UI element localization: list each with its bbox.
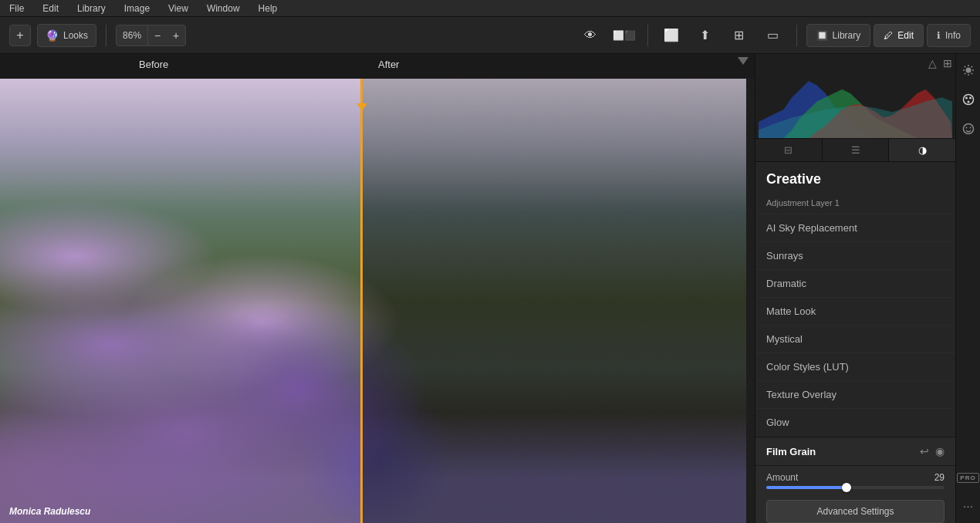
main-area: Before After Monica Radulescu △	[0, 54, 980, 523]
before-image	[0, 79, 360, 523]
top-right-tabs: 🔲 Library 🖊 Edit ℹ Info	[806, 24, 971, 47]
svg-line-5	[964, 66, 965, 67]
menu-file[interactable]: File	[6, 3, 27, 14]
amount-value: 29	[934, 472, 945, 483]
svg-point-15	[969, 127, 971, 129]
toggle-icon[interactable]: ◉	[935, 445, 945, 457]
zoom-control: 86% − +	[116, 25, 186, 46]
edit-tab[interactable]: 🖊 Edit	[874, 24, 924, 47]
share-icon: ⬆	[700, 28, 710, 42]
looks-button[interactable]: 🔮 Looks	[37, 24, 96, 47]
zoom-plus-button[interactable]: +	[167, 25, 185, 46]
pro-badge-btn[interactable]: PRO	[958, 467, 978, 488]
menu-bar: File Edit Library Image View Window Help	[0, 0, 980, 17]
face-icon-btn[interactable]	[958, 119, 978, 139]
dramatic[interactable]: Dramatic	[755, 270, 955, 298]
layers-icon: ☰	[851, 144, 860, 156]
library-icon: 🔲	[816, 30, 828, 41]
palette-icon-btn[interactable]	[958, 89, 978, 110]
split-view-button[interactable]: ⬜⬛	[610, 24, 638, 47]
amount-thumb[interactable]	[842, 483, 851, 492]
amount-slider[interactable]	[766, 486, 945, 489]
rect-icon: ▭	[767, 28, 779, 42]
creative-title: Creative	[755, 162, 955, 192]
edit-icon: 🖊	[884, 30, 893, 41]
texture-overlay[interactable]: Texture Overlay	[755, 381, 955, 409]
histogram-icons: △ ⊞	[928, 57, 952, 69]
after-half	[362, 79, 755, 523]
histogram-area: △ ⊞	[755, 54, 955, 139]
zoom-minus-button[interactable]: −	[148, 25, 167, 46]
color-styles-lut[interactable]: Color Styles (LUT)	[755, 353, 955, 381]
separator-2	[647, 25, 648, 46]
eye-button[interactable]: 👁	[576, 24, 604, 47]
menu-edit[interactable]: Edit	[39, 3, 62, 14]
histogram-triangle-icon[interactable]: △	[928, 57, 937, 69]
side-icons-panel: PRO ···	[955, 54, 980, 523]
more-icon: ···	[963, 500, 973, 514]
before-after-labels: Before After	[0, 54, 755, 79]
menu-window[interactable]: Window	[204, 3, 243, 14]
mystical[interactable]: Mystical	[755, 326, 955, 353]
more-options-btn[interactable]: ···	[958, 497, 978, 517]
split-handle-icon[interactable]	[357, 103, 367, 111]
amount-label: Amount	[766, 472, 798, 483]
canvas-triangle-icon[interactable]	[738, 57, 749, 65]
palette-tab-icon: ◑	[918, 144, 927, 156]
info-tab[interactable]: ℹ Info	[927, 24, 971, 47]
menu-view[interactable]: View	[165, 3, 191, 14]
amount-fill	[766, 486, 847, 489]
looks-icon: 🔮	[46, 29, 59, 42]
pro-badge: PRO	[957, 473, 978, 483]
rect-button[interactable]: ▭	[759, 24, 787, 47]
menu-image[interactable]: Image	[121, 3, 153, 14]
tab-icon-3[interactable]: ◑	[889, 139, 955, 161]
split-icon: ⬜⬛	[613, 30, 636, 41]
undo-icon[interactable]: ↩	[920, 445, 929, 457]
toolbar: + 🔮 Looks 86% − + 👁 ⬜⬛ ⬜ ⬆ ⊞ ▭ 🔲 Library…	[0, 17, 980, 54]
svg-line-7	[971, 66, 972, 67]
menu-help[interactable]: Help	[255, 3, 281, 14]
separator-1	[106, 25, 106, 46]
matte-look[interactable]: Matte Look	[755, 298, 955, 326]
share-button[interactable]: ⬆	[691, 24, 719, 47]
film-grain-title: Film Grain	[766, 446, 914, 457]
library-tab[interactable]: 🔲 Library	[806, 24, 871, 47]
sun-icon-btn[interactable]	[958, 60, 978, 80]
svg-point-12	[967, 101, 969, 103]
amount-label-row: Amount 29	[766, 472, 945, 483]
info-icon: ℹ	[937, 30, 941, 41]
adjustment-layer-1[interactable]: Adjustment Layer 1	[755, 192, 955, 214]
panel-tabs: ⊟ ☰ ◑	[755, 139, 955, 162]
svg-point-11	[969, 97, 972, 100]
creative-section: Creative Adjustment Layer 1 AI Sky Repla…	[755, 162, 955, 523]
svg-point-13	[963, 124, 973, 134]
before-half	[0, 79, 360, 523]
svg-line-6	[971, 73, 972, 74]
canvas-area: Before After Monica Radulescu	[0, 54, 755, 523]
add-button[interactable]: +	[9, 25, 31, 46]
ai-sky-replacement[interactable]: AI Sky Replacement	[755, 214, 955, 242]
separator-3	[796, 25, 797, 46]
crop-button[interactable]: ⬜	[657, 24, 685, 47]
grid-button[interactable]: ⊞	[725, 24, 753, 47]
sunrays[interactable]: Sunrays	[755, 242, 955, 270]
menu-library[interactable]: Library	[74, 3, 109, 14]
photo-container: Monica Radulescu	[0, 79, 755, 523]
histogram-layers-icon[interactable]: ⊞	[943, 57, 952, 69]
histogram-chart	[759, 65, 952, 138]
grid-icon: ⊞	[734, 28, 744, 42]
svg-point-0	[965, 68, 971, 73]
advanced-settings-button[interactable]: Advanced Settings	[766, 500, 945, 523]
svg-point-10	[965, 97, 968, 100]
split-line[interactable]	[360, 79, 363, 523]
sliders-icon: ⊟	[784, 144, 792, 156]
svg-line-8	[964, 73, 965, 74]
after-image	[362, 79, 746, 523]
tab-icon-1[interactable]: ⊟	[755, 139, 823, 161]
after-label: After	[378, 59, 399, 70]
glow[interactable]: Glow	[755, 409, 955, 437]
tab-icon-2[interactable]: ☰	[823, 139, 890, 161]
film-grain-section: Film Grain ↩ ◉ Amount 29 Advanc	[755, 437, 955, 523]
svg-point-9	[963, 95, 973, 105]
